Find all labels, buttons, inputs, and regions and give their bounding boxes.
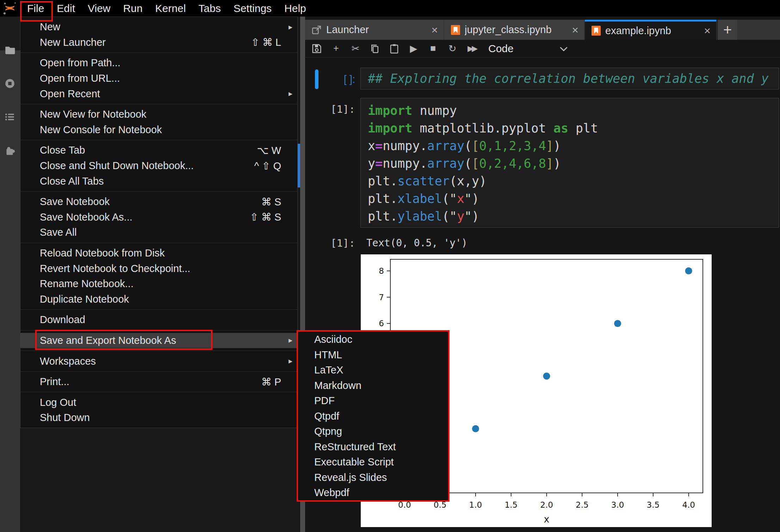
restart-icon[interactable]: ↻ bbox=[446, 42, 458, 56]
menu-item-label: Shut Down bbox=[40, 412, 281, 423]
toolbar-icons: +✂▶■↻▶▶ bbox=[305, 42, 478, 56]
save-icon[interactable] bbox=[311, 42, 323, 56]
menubar-item-kernel[interactable]: Kernel bbox=[155, 2, 186, 14]
export-option-markdown[interactable]: Markdown bbox=[298, 378, 448, 394]
svg-text:6: 6 bbox=[379, 319, 384, 328]
run-all-icon[interactable]: ▶▶ bbox=[466, 42, 478, 56]
menu-item-duplicate-notebook[interactable]: Duplicate Notebook bbox=[20, 292, 297, 307]
export-option-restructured-text[interactable]: ReStructured Text bbox=[298, 439, 448, 455]
menubar-item-view[interactable]: View bbox=[88, 2, 110, 14]
files-icon[interactable] bbox=[4, 44, 16, 56]
markdown-source: ## Exploring the correlation between var… bbox=[361, 68, 779, 89]
menu-item-rename-notebook[interactable]: Rename Notebook... bbox=[20, 276, 297, 292]
menubar-item-run[interactable]: Run bbox=[123, 2, 143, 14]
export-option-pdf[interactable]: PDF bbox=[298, 393, 448, 409]
export-option-reveal-js-slides[interactable]: Reveal.js Slides bbox=[298, 470, 448, 485]
menu-scrollbar-thumb[interactable] bbox=[298, 144, 300, 187]
add-icon[interactable]: + bbox=[330, 42, 342, 56]
markdown-cell-prompt: [ ]: bbox=[292, 69, 355, 89]
code-cell-editor[interactable]: import numpyimport matplotlib.pyplot as … bbox=[360, 98, 779, 228]
svg-text:2.5: 2.5 bbox=[576, 500, 589, 509]
svg-text:1.0: 1.0 bbox=[469, 500, 482, 509]
menu-item-revert-notebook-to-checkpoint[interactable]: Revert Notebook to Checkpoint... bbox=[20, 261, 297, 276]
submenu-arrow-icon: ▸ bbox=[285, 89, 292, 98]
code-line: y=numpy.array([0,2,4,6,8]) bbox=[361, 155, 779, 172]
running-kernels-icon[interactable] bbox=[4, 78, 16, 89]
menu-item-open-recent[interactable]: Open Recent▸ bbox=[20, 86, 297, 101]
tab-jupyter-class-ipynb[interactable]: jupyter_class.ipynb× bbox=[444, 20, 584, 40]
stop-icon[interactable]: ■ bbox=[427, 42, 439, 56]
menu-item-save-and-export-notebook-as[interactable]: Save and Export Notebook As▸ bbox=[20, 333, 297, 348]
menu-item-label: Save Notebook As... bbox=[40, 211, 250, 223]
menubar-item-file[interactable]: File bbox=[27, 2, 44, 14]
menubar-item-edit[interactable]: Edit bbox=[57, 2, 75, 14]
close-icon[interactable]: × bbox=[572, 24, 578, 36]
code-cell-prompt: [1]: bbox=[292, 100, 355, 118]
export-option-asciidoc[interactable]: Asciidoc bbox=[298, 332, 448, 347]
menu-item-reload-notebook-from-disk[interactable]: Reload Notebook from Disk bbox=[20, 246, 297, 261]
menu-item-workspaces[interactable]: Workspaces▸ bbox=[20, 353, 297, 369]
jupyter-logo-icon bbox=[2, 1, 18, 16]
menu-item-close-and-shut-down-notebook[interactable]: Close and Shut Down Notebook...^ ⇧ Q bbox=[20, 158, 297, 174]
menu-item-new-launcher[interactable]: New Launcher⇧ ⌘ L bbox=[20, 35, 297, 50]
menu-item-shortcut: ⌘ S bbox=[261, 196, 281, 208]
svg-text:x: x bbox=[544, 514, 549, 525]
markdown-cell-editor[interactable]: ## Exploring the correlation between var… bbox=[360, 68, 779, 89]
export-submenu: AsciidocHTMLLaTeXMarkdownPDFQtpdfQtpngRe… bbox=[297, 330, 450, 502]
export-option-executable-script[interactable]: Executable Script bbox=[298, 454, 448, 470]
menu-item-download[interactable]: Download bbox=[20, 312, 297, 328]
svg-text:7: 7 bbox=[379, 293, 384, 302]
menu-section: Save and Export Notebook As▸ bbox=[20, 330, 297, 351]
menu-item-label: Save All bbox=[40, 227, 281, 238]
output-text: Text(0, 0.5, 'y') bbox=[366, 235, 468, 251]
menu-item-label: Log Out bbox=[40, 397, 281, 408]
new-tab-button[interactable]: + bbox=[717, 20, 737, 40]
menu-item-open-from-path[interactable]: Open from Path... bbox=[20, 55, 297, 71]
close-icon[interactable]: × bbox=[431, 24, 438, 36]
close-icon[interactable]: × bbox=[704, 25, 711, 36]
menubar-item-help[interactable]: Help bbox=[284, 2, 306, 14]
tab-launcher[interactable]: Launcher× bbox=[305, 20, 444, 40]
menu-item-save-notebook-as[interactable]: Save Notebook As...⇧ ⌘ S bbox=[20, 210, 297, 225]
cell-type-dropdown[interactable]: Code bbox=[488, 43, 568, 55]
menu-item-shortcut: ⌥ W bbox=[257, 144, 281, 156]
menu-item-shut-down[interactable]: Shut Down bbox=[20, 410, 297, 426]
run-icon[interactable]: ▶ bbox=[408, 42, 420, 56]
menu-item-close-all-tabs[interactable]: Close All Tabs bbox=[20, 173, 297, 189]
cut-icon[interactable]: ✂ bbox=[349, 42, 361, 56]
menu-section: New View for NotebookNew Console for Not… bbox=[20, 104, 297, 140]
menu-item-save-all[interactable]: Save All bbox=[20, 225, 297, 240]
notebook-icon bbox=[451, 25, 460, 35]
export-option-qtpng[interactable]: Qtpng bbox=[298, 424, 448, 439]
tab-example-ipynb[interactable]: example.ipynb× bbox=[585, 20, 716, 40]
menubar-item-settings[interactable]: Settings bbox=[234, 2, 272, 14]
export-option-latex[interactable]: LaTeX bbox=[298, 363, 448, 378]
menu-item-label: Open Recent bbox=[40, 88, 281, 100]
menu-item-shortcut: ⇧ ⌘ S bbox=[250, 211, 281, 223]
submenu-arrow-icon: ▸ bbox=[285, 336, 292, 345]
menu-item-new-view-for-notebook[interactable]: New View for Notebook bbox=[20, 107, 297, 122]
menu-item-new[interactable]: New▸ bbox=[20, 19, 297, 35]
menubar-item-tabs[interactable]: Tabs bbox=[198, 2, 221, 14]
export-option-qtpdf[interactable]: Qtpdf bbox=[298, 409, 448, 424]
menu-item-label: Close All Tabs bbox=[40, 175, 281, 187]
menu-item-new-console-for-notebook[interactable]: New Console for Notebook bbox=[20, 122, 297, 138]
menu-item-log-out[interactable]: Log Out bbox=[20, 395, 297, 410]
menu-item-open-from-url[interactable]: Open from URL... bbox=[20, 71, 297, 86]
menu-item-label: Close and Shut Down Notebook... bbox=[40, 160, 254, 172]
export-option-html[interactable]: HTML bbox=[298, 347, 448, 363]
menu-item-print[interactable]: Print...⌘ P bbox=[20, 374, 297, 390]
svg-text:3.0: 3.0 bbox=[611, 500, 624, 509]
export-option-webpdf[interactable]: Webpdf bbox=[298, 485, 448, 501]
copy-icon[interactable] bbox=[369, 42, 381, 56]
menu-item-label: Close Tab bbox=[40, 144, 257, 156]
dock-tab-bar: Launcher×jupyter_class.ipynb×example.ipy… bbox=[305, 20, 780, 40]
menu-item-close-tab[interactable]: Close Tab⌥ W bbox=[20, 143, 297, 158]
file-menu: New▸New Launcher⇧ ⌘ LOpen from Path...Op… bbox=[20, 17, 298, 428]
extensions-icon[interactable] bbox=[4, 144, 16, 156]
table-of-contents-icon[interactable] bbox=[4, 111, 16, 123]
menu-item-save-notebook[interactable]: Save Notebook⌘ S bbox=[20, 194, 297, 210]
tab-label: jupyter_class.ipynb bbox=[465, 24, 552, 36]
chevron-down-icon bbox=[559, 43, 568, 55]
paste-icon[interactable] bbox=[388, 42, 400, 56]
